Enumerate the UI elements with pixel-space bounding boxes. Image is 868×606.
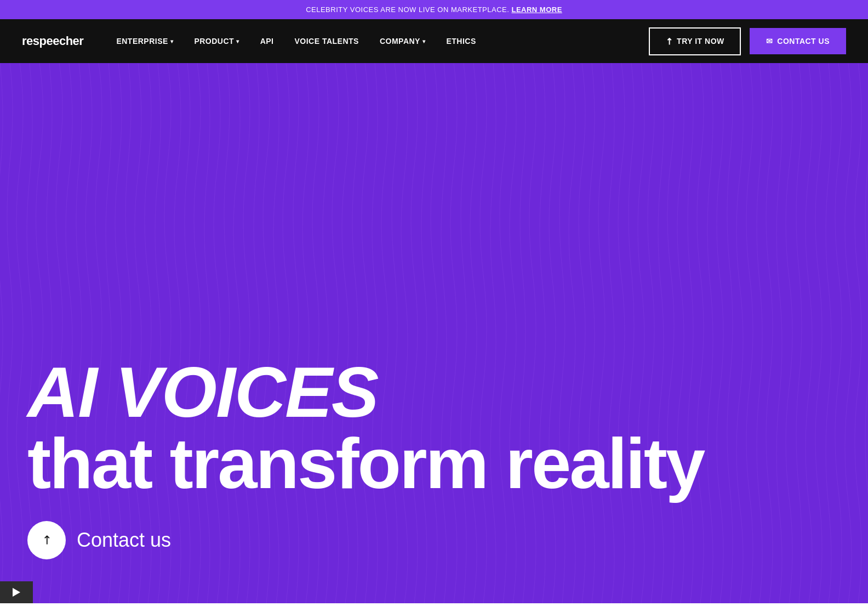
mail-icon: ✉	[766, 37, 773, 46]
hero-section: AI VOICES that transform reality ↗ Conta…	[0, 63, 868, 603]
announcement-text: CELEBRITY VOICES ARE NOW LIVE ON MARKETP…	[306, 5, 509, 14]
hero-contact-us-group: ↗ Contact us	[27, 521, 841, 559]
learn-more-link[interactable]: LEARN MORE	[511, 5, 562, 14]
nav-api[interactable]: API	[260, 37, 274, 46]
try-it-now-button[interactable]: ↗ TRY IT NOW	[649, 27, 741, 55]
arrow-icon: ↗	[663, 35, 675, 48]
hero-headline-line2: that transform reality	[27, 428, 841, 499]
hero-contact-us-label: Contact us	[77, 529, 171, 552]
nav-company[interactable]: COMPANY ▾	[380, 37, 426, 46]
announcement-bar: CELEBRITY VOICES ARE NOW LIVE ON MARKETP…	[0, 0, 868, 19]
chevron-down-icon: ▾	[236, 38, 239, 44]
arrow-northeast-icon: ↗	[38, 531, 55, 548]
chevron-down-icon: ▾	[170, 38, 174, 44]
play-button[interactable]	[0, 581, 33, 603]
hero-headline-line1: AI VOICES	[27, 356, 841, 428]
play-triangle-icon	[13, 588, 20, 597]
contact-us-nav-button[interactable]: ✉ CONTACT US	[750, 28, 846, 54]
navbar: respeecher ENTERPRISE ▾ PRODUCT ▾ API VO…	[0, 19, 868, 63]
nav-ctas: ↗ TRY IT NOW ✉ CONTACT US	[649, 27, 846, 55]
nav-enterprise[interactable]: ENTERPRISE ▾	[116, 37, 173, 46]
nav-links: ENTERPRISE ▾ PRODUCT ▾ API VOICE TALENTS…	[116, 37, 648, 46]
nav-ethics[interactable]: ETHICS	[446, 37, 476, 46]
nav-product[interactable]: PRODUCT ▾	[194, 37, 239, 46]
chevron-down-icon: ▾	[422, 38, 426, 44]
logo[interactable]: respeecher	[22, 34, 83, 48]
hero-content: AI VOICES that transform reality ↗ Conta…	[27, 356, 841, 559]
hero-contact-circle-button[interactable]: ↗	[27, 521, 66, 559]
nav-voice-talents[interactable]: VOICE TALENTS	[294, 37, 358, 46]
